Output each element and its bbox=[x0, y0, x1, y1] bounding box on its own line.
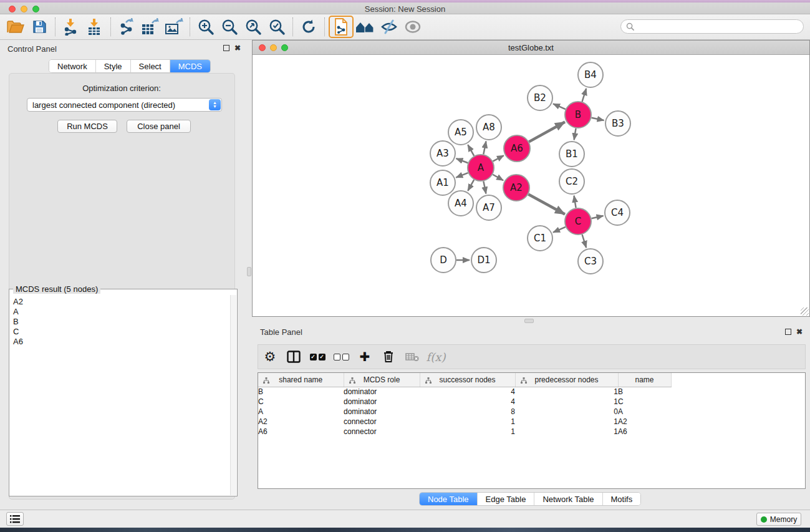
tab-mcds[interactable]: MCDS bbox=[170, 60, 210, 72]
refresh-button[interactable] bbox=[297, 16, 321, 37]
network-graph[interactable]: B4B2BB3A8A5A6A3B1AC2A1A2A4A7C4CC1C3DD1 bbox=[253, 56, 809, 316]
import-network-button[interactable] bbox=[59, 16, 83, 37]
graph-node[interactable]: A4 bbox=[448, 191, 473, 216]
graph-node[interactable]: B4 bbox=[578, 62, 603, 87]
run-mcds-button[interactable]: Run MCDS bbox=[57, 120, 117, 133]
control-panel-float-button[interactable] bbox=[223, 45, 229, 51]
mcds-result-list[interactable]: A2ABCA6 bbox=[10, 295, 230, 495]
result-list-item[interactable]: A bbox=[13, 307, 230, 317]
delete-table-icon[interactable] bbox=[400, 346, 424, 367]
graph-edge[interactable] bbox=[483, 181, 486, 194]
graph-edge[interactable] bbox=[574, 128, 576, 140]
close-panel-button[interactable]: Close panel bbox=[127, 120, 191, 133]
show-panel-button[interactable] bbox=[401, 16, 425, 37]
gear-icon[interactable]: ⚙ bbox=[258, 346, 282, 367]
export-network-button[interactable] bbox=[115, 16, 138, 37]
panel-divider-grip[interactable] bbox=[247, 267, 251, 276]
graph-edge[interactable] bbox=[582, 89, 587, 102]
criterion-dropdown[interactable]: largest connected component (directed) ▲… bbox=[27, 98, 222, 112]
graph-node[interactable]: B bbox=[565, 102, 591, 128]
hide-panel-button[interactable] bbox=[377, 16, 401, 37]
save-session-button[interactable] bbox=[27, 16, 51, 37]
graph-node[interactable]: C bbox=[565, 208, 591, 235]
select-all-checkboxes-icon[interactable]: ✓✓ bbox=[306, 346, 329, 367]
tab-network-table[interactable]: Network Table bbox=[534, 493, 602, 505]
graph-node[interactable]: D1 bbox=[471, 248, 496, 273]
network-canvas[interactable]: B4B2BB3A8A5A6A3B1AC2A1A2A4A7C4CC1C3DD1 bbox=[253, 56, 809, 316]
col-predecessor-nodes[interactable]: predecessor nodes bbox=[515, 373, 618, 387]
table-header-row[interactable]: shared name MCDS role successor nodes pr… bbox=[258, 373, 805, 387]
graph-edge[interactable] bbox=[553, 104, 566, 109]
control-panel-close-button[interactable]: ✖ bbox=[234, 44, 241, 52]
open-session-button[interactable] bbox=[4, 16, 27, 37]
graph-node[interactable]: B2 bbox=[528, 85, 552, 110]
column-view-icon[interactable] bbox=[282, 346, 306, 367]
graph-edge[interactable] bbox=[591, 118, 604, 120]
table-row[interactable]: A2connector11A2 bbox=[258, 417, 805, 427]
search-box[interactable] bbox=[620, 19, 804, 34]
graph-node[interactable]: A8 bbox=[476, 115, 501, 140]
graph-edge[interactable] bbox=[456, 158, 468, 163]
graph-node[interactable]: A5 bbox=[448, 120, 473, 145]
graph-edge[interactable] bbox=[553, 227, 566, 233]
graph-edge[interactable] bbox=[493, 155, 503, 161]
zoom-out-button[interactable] bbox=[218, 16, 241, 37]
table-panel-close-button[interactable]: ✖ bbox=[796, 327, 803, 336]
tab-motifs[interactable]: Motifs bbox=[603, 493, 641, 505]
tab-edge-table[interactable]: Edge Table bbox=[478, 493, 535, 505]
tab-node-table[interactable]: Node Table bbox=[420, 493, 478, 505]
graph-node[interactable]: C3 bbox=[578, 249, 603, 274]
graph-node[interactable]: A1 bbox=[430, 170, 455, 195]
graph-node[interactable]: B1 bbox=[559, 142, 584, 167]
graph-edge[interactable] bbox=[456, 173, 468, 178]
col-shared-name[interactable]: shared name bbox=[258, 373, 344, 387]
resize-grip[interactable] bbox=[801, 307, 809, 316]
graph-edge[interactable] bbox=[468, 180, 474, 191]
network-document-button[interactable] bbox=[329, 16, 354, 38]
import-table-button[interactable] bbox=[83, 16, 107, 37]
tab-network[interactable]: Network bbox=[49, 60, 96, 72]
memory-button[interactable]: Memory bbox=[756, 513, 801, 526]
result-scrollbar[interactable] bbox=[230, 295, 236, 495]
node-table-body[interactable]: Bdominator41BCdominator41CAdominator80AA… bbox=[258, 387, 805, 437]
result-list-item[interactable]: A6 bbox=[13, 337, 230, 347]
graph-node[interactable]: A7 bbox=[476, 195, 501, 220]
col-mcds-role[interactable]: MCDS role bbox=[344, 373, 420, 387]
table-row[interactable]: Cdominator41C bbox=[258, 397, 805, 407]
result-list-item[interactable]: A2 bbox=[13, 297, 230, 307]
node-table[interactable]: shared name MCDS role successor nodes pr… bbox=[258, 372, 806, 489]
tab-select[interactable]: Select bbox=[131, 60, 170, 72]
graph-node[interactable]: C4 bbox=[605, 200, 630, 225]
graph-node[interactable]: C1 bbox=[528, 226, 552, 251]
graph-edge[interactable] bbox=[574, 196, 576, 208]
table-panel-float-button[interactable] bbox=[785, 329, 791, 335]
graph-node[interactable]: A3 bbox=[430, 141, 455, 166]
graph-edge[interactable] bbox=[468, 145, 474, 156]
zoom-selected-button[interactable] bbox=[265, 16, 289, 37]
graph-edge[interactable] bbox=[582, 235, 587, 248]
graph-edge[interactable] bbox=[493, 175, 503, 180]
graph-node[interactable]: A2 bbox=[503, 175, 529, 201]
graph-node[interactable]: A6 bbox=[504, 135, 530, 162]
horizontal-divider-grip[interactable] bbox=[524, 319, 534, 323]
graph-edge[interactable] bbox=[483, 142, 486, 155]
graph-node[interactable]: C2 bbox=[559, 169, 584, 194]
zoom-fit-button[interactable] bbox=[241, 16, 265, 37]
col-name[interactable]: name bbox=[618, 373, 671, 387]
graph-node[interactable]: D bbox=[431, 248, 456, 273]
graph-edge[interactable] bbox=[529, 122, 565, 142]
home-button[interactable] bbox=[354, 16, 377, 37]
zoom-in-button[interactable] bbox=[194, 16, 218, 37]
table-row[interactable]: Adominator80A bbox=[258, 407, 805, 417]
task-history-button[interactable] bbox=[6, 512, 24, 526]
table-row[interactable]: A6connector11A6 bbox=[258, 427, 805, 437]
tab-style[interactable]: Style bbox=[96, 60, 131, 72]
export-table-button[interactable] bbox=[138, 16, 162, 37]
export-image-button[interactable] bbox=[162, 16, 186, 37]
search-input[interactable] bbox=[637, 22, 793, 31]
graph-edge[interactable] bbox=[591, 216, 603, 218]
graph-edge[interactable] bbox=[528, 195, 565, 215]
delete-icon[interactable] bbox=[377, 346, 400, 367]
result-list-item[interactable]: B bbox=[13, 317, 230, 327]
network-window-titlebar[interactable]: testGlobe.txt bbox=[253, 41, 809, 55]
